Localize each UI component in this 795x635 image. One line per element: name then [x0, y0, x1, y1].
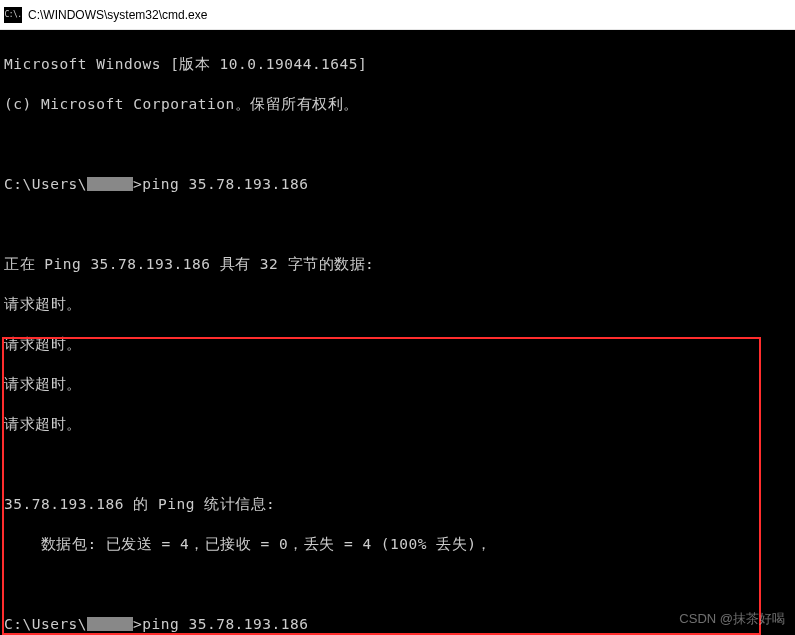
terminal-output[interactable]: Microsoft Windows [版本 10.0.19044.1645] (…: [0, 30, 795, 635]
version-line: Microsoft Windows [版本 10.0.19044.1645]: [4, 54, 795, 74]
cmd-window: C:\. C:\WINDOWS\system32\cmd.exe Microso…: [0, 0, 795, 635]
copyright-line: (c) Microsoft Corporation。保留所有权利。: [4, 94, 795, 114]
ping-timeout: 请求超时。: [4, 374, 795, 394]
blank-line: [4, 134, 795, 154]
prompt-line-2: C:\Users\>ping 35.78.193.186: [4, 614, 795, 634]
ping-stats-header-1: 35.78.193.186 的 Ping 统计信息:: [4, 494, 795, 514]
redacted-username: [87, 617, 133, 631]
ping-header-1: 正在 Ping 35.78.193.186 具有 32 字节的数据:: [4, 254, 795, 274]
redacted-username: [87, 177, 133, 191]
prompt-line-1: C:\Users\>ping 35.78.193.186: [4, 174, 795, 194]
blank-line: [4, 214, 795, 234]
ping-timeout: 请求超时。: [4, 294, 795, 314]
window-title: C:\WINDOWS\system32\cmd.exe: [28, 8, 207, 22]
watermark: CSDN @抹茶好喝: [679, 609, 785, 629]
blank-line: [4, 454, 795, 474]
ping-stats-packets-1: 数据包: 已发送 = 4，已接收 = 0，丢失 = 4 (100% 丢失)，: [4, 534, 795, 554]
titlebar[interactable]: C:\. C:\WINDOWS\system32\cmd.exe: [0, 0, 795, 30]
cmd-icon: C:\.: [4, 7, 22, 23]
blank-line: [4, 574, 795, 594]
ping-timeout: 请求超时。: [4, 334, 795, 354]
ping-timeout: 请求超时。: [4, 414, 795, 434]
